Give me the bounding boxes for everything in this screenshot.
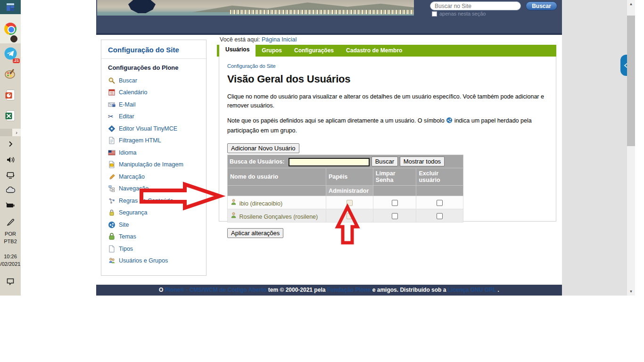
language-indicator-line1[interactable]: POR: [0, 231, 21, 237]
sidebar-item-tinymce: Editor Visual TinyMCE: [108, 123, 199, 135]
sidebar-link[interactable]: Tipos: [119, 246, 133, 252]
sidebar-link[interactable]: Filtragem HTML: [119, 137, 161, 144]
column-header-delete: Excluir usuário: [416, 168, 463, 186]
site-search-input[interactable]: [430, 1, 521, 10]
note-text-before: Note que os papéis definidos aqui se apl…: [227, 117, 446, 124]
tree-icon: [108, 185, 116, 192]
delete-user-checkbox[interactable]: [437, 213, 443, 219]
notification-center-button[interactable]: [0, 276, 21, 287]
scrollbar-thumb[interactable]: [627, 16, 635, 146]
footer-license-link[interactable]: Licença GNU GPL: [448, 287, 496, 293]
sidebar-item-editar: ✂ Editar: [108, 111, 199, 123]
apply-changes-button[interactable]: Aplicar alterações: [227, 228, 283, 238]
reset-password-checkbox[interactable]: [392, 200, 398, 206]
viewport-gutter: [562, 0, 627, 296]
only-section-label: apenas nesta seção: [439, 11, 486, 16]
email-icon: [108, 101, 116, 108]
inherited-role-icon: [446, 117, 453, 126]
tab-usuarios[interactable]: Usuários: [219, 43, 256, 57]
users-icon: [108, 257, 116, 264]
subheader-empty: [416, 186, 463, 196]
user-search-button[interactable]: Buscar: [372, 156, 398, 166]
add-user-button[interactable]: Adicionar Novo Usuário: [227, 143, 299, 153]
sidebar-item-calendario: Calendário: [108, 87, 199, 99]
site-footer: O Plone® - CMS/WCM de Código Aberto tem …: [96, 285, 562, 296]
user-icon: [230, 198, 238, 206]
footer-foundation-link[interactable]: Fundação Plone: [327, 287, 371, 293]
tab-cadastro-membro[interactable]: Cadastro de Membro: [340, 45, 408, 57]
tray-pen[interactable]: [0, 216, 21, 227]
page-title: Visão Geral dos Usuários: [227, 73, 546, 85]
sidebar-item-usuarios-grupos: Usuários e Grupos: [108, 255, 199, 267]
footer-plone-link[interactable]: Plone® - CMS/WCM de Código Aberto: [165, 287, 267, 293]
sidebar-link[interactable]: Manipulação de Imagem: [119, 161, 183, 168]
taskbar: .21 ›: [0, 0, 21, 296]
tray-expand-button[interactable]: [0, 139, 21, 148]
sidebar-item-buscar: Buscar: [108, 74, 199, 87]
tinymce-icon: [108, 125, 116, 132]
sidebar-link[interactable]: Buscar: [119, 77, 137, 84]
excel-taskbar-item[interactable]: [0, 107, 21, 123]
portlet-group-title: Configurações do Plone: [108, 64, 199, 71]
site-setup-link[interactable]: Configuração do Site: [227, 63, 276, 69]
clock-date[interactable]: /02/2021: [0, 261, 21, 267]
user-link[interactable]: ibio (direcaoibio): [239, 200, 282, 207]
sidebar-item-filtragem: Filtragem HTML: [108, 135, 199, 147]
clock-time[interactable]: 10:26: [0, 254, 21, 259]
sidebar-item-seguranca: Segurança: [108, 207, 199, 219]
tray-display[interactable]: [0, 170, 21, 180]
rules-icon: [108, 197, 116, 205]
sidebar-link[interactable]: Usuários e Grupos: [119, 257, 168, 264]
tab-configuracoes[interactable]: Configurações: [288, 45, 340, 57]
column-header-roles: Papéis: [326, 168, 373, 186]
taskbar-scrollbar-thumb[interactable]: [0, 129, 12, 136]
user-search-input[interactable]: [289, 158, 370, 166]
document-icon: [108, 137, 116, 144]
sidebar-item-email: E-Mail: [108, 99, 199, 111]
sidebar-link[interactable]: Navegação: [119, 185, 149, 192]
sidebar-link[interactable]: Marcação: [119, 173, 145, 180]
start-button[interactable]: [0, 0, 21, 14]
subheader-empty: [228, 186, 326, 196]
sidebar-item-regras: Regras de Conteúdo: [108, 195, 199, 207]
intro-paragraph: Clique no nome do usuário para visualiza…: [227, 92, 546, 110]
tray-cloud[interactable]: [0, 185, 21, 195]
sidebar-link[interactable]: E-Mail: [119, 101, 135, 108]
scroll-up-icon[interactable]: ▲: [627, 0, 635, 8]
language-indicator-line2[interactable]: PTB2: [0, 239, 21, 244]
themes-icon: [108, 233, 116, 240]
start-tiles-icon: [6, 3, 15, 11]
admin-role-checkbox: [347, 213, 353, 219]
sidebar-link[interactable]: Regras de Conteúdo: [119, 197, 173, 204]
sidebar-link[interactable]: Segurança: [119, 209, 147, 216]
scroll-down-icon[interactable]: ▼: [627, 288, 635, 296]
tab-grupos[interactable]: Grupos: [256, 45, 288, 57]
chrome-taskbar-item[interactable]: [0, 14, 21, 43]
powerpoint-taskbar-item[interactable]: [0, 87, 21, 103]
reset-password-checkbox[interactable]: [392, 213, 398, 219]
tray-volume[interactable]: [0, 155, 21, 165]
telegram-taskbar-item[interactable]: .21: [0, 45, 21, 61]
sidebar-link[interactable]: Site: [119, 222, 129, 228]
browser-scrollbar[interactable]: ▲ ▼: [627, 0, 635, 296]
taskbar-scroll-right-icon[interactable]: ›: [12, 130, 21, 135]
sidebar-link[interactable]: Editar: [119, 113, 134, 120]
plone-icon: [108, 221, 116, 229]
user-link[interactable]: Rosilene Gonçalves (rosilene): [239, 214, 318, 220]
sidebar-link[interactable]: Editor Visual TinyMCE: [119, 125, 177, 132]
show-all-button[interactable]: Mostrar todos: [400, 156, 445, 166]
site-search-button[interactable]: Buscar: [526, 1, 557, 10]
excel-icon: [5, 110, 17, 122]
tray-battery[interactable]: [0, 200, 21, 210]
table-row: ibio (direcaoibio): [228, 196, 463, 209]
only-section-checkbox[interactable]: [432, 11, 437, 16]
sidebar-item-imagem: Manipulação de Imagem: [108, 159, 199, 171]
sidebar-link[interactable]: Calendário: [119, 89, 147, 96]
sidebar-link[interactable]: Temas: [119, 233, 136, 240]
paint-taskbar-item[interactable]: [0, 66, 21, 82]
breadcrumb-home-link[interactable]: Página Inicial: [262, 36, 297, 43]
taskbar-scrollbar[interactable]: ›: [0, 129, 21, 136]
sidebar-link[interactable]: Idioma: [119, 149, 137, 156]
delete-user-checkbox[interactable]: [437, 200, 443, 206]
lock-icon: [108, 209, 116, 216]
